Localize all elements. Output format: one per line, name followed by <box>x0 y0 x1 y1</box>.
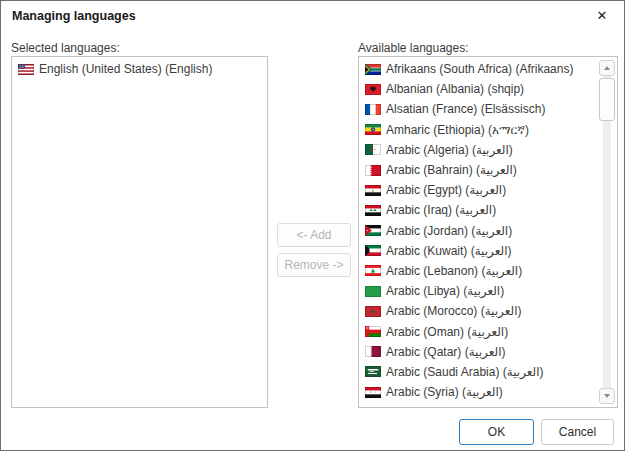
oman-flag-icon <box>365 326 381 337</box>
libya-flag-icon <box>365 286 381 297</box>
scrollbar-thumb[interactable] <box>599 78 615 121</box>
list-item-label: Afrikaans (South Africa) (Afrikaans) <box>386 62 573 76</box>
dialog-title: Managing languages <box>12 9 136 23</box>
list-item-label: Arabic (Oman) (العربية) <box>386 325 508 339</box>
saudi-arabia-flag-icon <box>365 366 381 377</box>
egypt-flag-icon <box>365 185 381 196</box>
remove-button[interactable]: Remove -> <box>277 253 351 277</box>
list-item-label: Arabic (Egypt) (العربية) <box>386 183 506 197</box>
list-item[interactable]: Arabic (Morocco) (العربية) <box>359 301 597 321</box>
selected-languages-label: Selected languages: <box>11 41 120 55</box>
list-item[interactable]: Arabic (Tunisia) (العربية) <box>359 402 597 408</box>
lebanon-flag-icon <box>365 265 381 276</box>
scroll-up-button[interactable] <box>599 60 615 76</box>
jordan-flag-icon <box>365 225 381 236</box>
triangle-up-icon <box>604 66 610 70</box>
list-item[interactable]: Arabic (Lebanon) (العربية) <box>359 261 597 281</box>
qatar-flag-icon <box>365 346 381 357</box>
ok-button[interactable]: OK <box>459 419 534 445</box>
tunisia-flag-icon <box>365 407 381 408</box>
algeria-flag-icon <box>365 144 381 155</box>
list-item-label: Arabic (Bahrain) (العربية) <box>386 163 517 177</box>
list-item[interactable]: Afrikaans (South Africa) (Afrikaans) <box>359 59 597 79</box>
list-item[interactable]: Arabic (Qatar) (العربية) <box>359 342 597 362</box>
triangle-down-icon <box>604 394 610 398</box>
list-item[interactable]: Arabic (Algeria) (العربية) <box>359 140 597 160</box>
list-item[interactable]: Arabic (Egypt) (العربية) <box>359 180 597 200</box>
list-item[interactable]: Arabic (Bahrain) (العربية) <box>359 160 597 180</box>
scrollbar[interactable] <box>599 59 615 405</box>
available-languages-list[interactable]: Afrikaans (South Africa) (Afrikaans)Alba… <box>358 56 618 408</box>
syria-flag-icon <box>365 387 381 398</box>
list-item-label: Arabic (Morocco) (العربية) <box>386 304 521 318</box>
list-item-label: Alsatian (France) (Elsässisch) <box>386 102 545 116</box>
list-item-label: Arabic (Lebanon) (العربية) <box>386 264 522 278</box>
list-item[interactable]: Arabic (Saudi Arabia) (العربية) <box>359 362 597 382</box>
morocco-flag-icon <box>365 306 381 317</box>
list-item[interactable]: English (United States) (English) <box>12 59 267 79</box>
bahrain-flag-icon <box>365 165 381 176</box>
south-africa-flag-icon <box>365 64 381 75</box>
list-item-label: Arabic (Libya) (العربية) <box>386 284 504 298</box>
list-item-label: Amharic (Ethiopia) (አማርኛ) <box>386 123 529 137</box>
cancel-button[interactable]: Cancel <box>541 419 614 445</box>
list-item-label: Arabic (Saudi Arabia) (العربية) <box>386 365 544 379</box>
available-languages-label: Available languages: <box>358 41 469 55</box>
france-flag-icon <box>365 104 381 115</box>
list-item[interactable]: Arabic (Jordan) (العربية) <box>359 221 597 241</box>
list-item[interactable]: Alsatian (France) (Elsässisch) <box>359 99 597 119</box>
list-item-label: Arabic (Tunisia) (العربية) <box>386 405 514 408</box>
list-item[interactable]: Arabic (Oman) (العربية) <box>359 321 597 341</box>
list-item-label: Arabic (Syria) (العربية) <box>386 385 503 399</box>
selected-languages-list[interactable]: English (United States) (English) <box>11 56 268 408</box>
kuwait-flag-icon <box>365 245 381 256</box>
add-button[interactable]: <- Add <box>277 223 351 247</box>
scroll-down-button[interactable] <box>599 388 615 404</box>
albania-flag-icon <box>365 84 381 95</box>
list-item-label: Arabic (Algeria) (العربية) <box>386 143 513 157</box>
list-item-label: Arabic (Iraq) (العربية) <box>386 203 496 217</box>
ethiopia-flag-icon <box>365 124 381 135</box>
list-item[interactable]: Albanian (Albania) (shqip) <box>359 79 597 99</box>
managing-languages-dialog: Managing languages ✕ Selected languages:… <box>0 0 625 451</box>
close-icon[interactable]: ✕ <box>593 6 611 24</box>
list-item[interactable]: Arabic (Syria) (العربية) <box>359 382 597 402</box>
list-item-label: English (United States) (English) <box>39 62 212 76</box>
iraq-flag-icon <box>365 205 381 216</box>
list-item-label: Arabic (Kuwait) (العربية) <box>386 244 511 258</box>
list-item[interactable]: Amharic (Ethiopia) (አማርኛ) <box>359 120 597 140</box>
list-item-label: Albanian (Albania) (shqip) <box>386 82 524 96</box>
us-flag-icon <box>18 64 34 75</box>
list-item-label: Arabic (Jordan) (العربية) <box>386 224 512 238</box>
list-item[interactable]: Arabic (Libya) (العربية) <box>359 281 597 301</box>
list-item[interactable]: Arabic (Kuwait) (العربية) <box>359 241 597 261</box>
list-item[interactable]: Arabic (Iraq) (العربية) <box>359 200 597 220</box>
list-item-label: Arabic (Qatar) (العربية) <box>386 345 505 359</box>
